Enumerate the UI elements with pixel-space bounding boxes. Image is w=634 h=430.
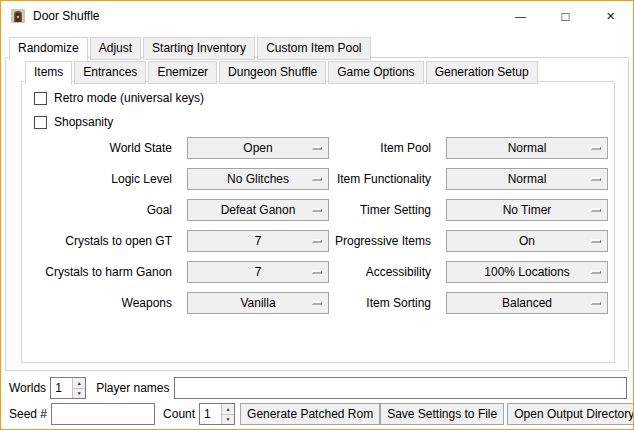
primary-tabbar: Randomize Adjust Starting Inventory Cust…	[9, 37, 373, 60]
option-label: Goal	[22, 203, 180, 217]
maximize-button[interactable]: □	[543, 1, 588, 31]
seed-input[interactable]	[51, 403, 155, 425]
close-button[interactable]: ✕	[588, 1, 633, 31]
checkbox-label: Retro mode (universal keys)	[54, 91, 204, 105]
option-row: World State Open Item Pool Normal	[22, 132, 614, 163]
tab-randomize[interactable]: Randomize	[9, 37, 88, 61]
checkbox-icon	[34, 92, 47, 105]
generate-patched-rom-button[interactable]: Generate Patched Rom	[240, 403, 380, 425]
tab-items[interactable]: Items	[25, 61, 72, 85]
option-row: Logic Level No Glitches Item Functionali…	[22, 163, 614, 194]
dropdown-indicator-icon	[591, 177, 601, 180]
option-row: Crystals to harm Ganon 7 Accessibility 1…	[22, 256, 614, 287]
seed-label: Seed #	[9, 407, 47, 421]
dropdown-indicator-icon	[591, 270, 601, 273]
tab-entrances[interactable]: Entrances	[74, 61, 146, 84]
option-label: Timer Setting	[329, 203, 439, 217]
worlds-value: 1	[51, 378, 72, 398]
minimize-icon: —	[515, 11, 526, 22]
dropdown-indicator-icon	[591, 208, 601, 211]
dropdown-value: No Timer	[503, 203, 552, 217]
window: Door Shuffle — □ ✕ Randomize Adjust Star…	[0, 0, 634, 430]
goal-dropdown[interactable]: Defeat Ganon	[187, 199, 329, 221]
progressive-items-dropdown[interactable]: On	[446, 230, 608, 252]
shopsanity-checkbox[interactable]: Shopsanity	[34, 113, 113, 131]
titlebar[interactable]: Door Shuffle — □ ✕	[1, 1, 633, 31]
checkbox-icon	[34, 116, 47, 129]
tab-dungeon-shuffle[interactable]: Dungeon Shuffle	[219, 61, 326, 84]
tab-generation-setup[interactable]: Generation Setup	[426, 61, 538, 84]
app-icon	[10, 8, 26, 24]
window-title: Door Shuffle	[33, 9, 100, 23]
dropdown-value: No Glitches	[227, 172, 289, 186]
open-output-directory-button[interactable]: Open Output Directory	[507, 403, 634, 425]
dropdown-indicator-icon	[312, 239, 322, 242]
dropdown-value: Defeat Ganon	[221, 203, 296, 217]
option-row: Crystals to open GT 7 Progressive Items …	[22, 225, 614, 256]
dropdown-indicator-icon	[312, 208, 322, 211]
weapons-dropdown[interactable]: Vanilla	[187, 292, 329, 314]
dropdown-value: Normal	[508, 172, 547, 186]
tab-custom-item-pool[interactable]: Custom Item Pool	[257, 37, 370, 60]
dropdown-indicator-icon	[591, 146, 601, 149]
dropdown-indicator-icon	[312, 177, 322, 180]
item-pool-dropdown[interactable]: Normal	[446, 137, 608, 159]
crystals-open-gt-dropdown[interactable]: 7	[187, 230, 329, 252]
maximize-icon: □	[562, 10, 570, 23]
dropdown-indicator-icon	[312, 146, 322, 149]
player-names-input[interactable]	[174, 377, 628, 399]
accessibility-dropdown[interactable]: 100% Locations	[446, 261, 608, 283]
save-settings-button[interactable]: Save Settings to File	[380, 403, 504, 425]
worlds-label: Worlds	[9, 381, 46, 395]
minimize-button[interactable]: —	[498, 1, 543, 31]
dropdown-value: 7	[255, 234, 262, 248]
retro-mode-checkbox[interactable]: Retro mode (universal keys)	[34, 89, 204, 107]
count-spinbox[interactable]: 1 ▲ ▼	[199, 403, 235, 425]
dropdown-value: Open	[243, 141, 272, 155]
spin-down-button[interactable]: ▼	[222, 415, 234, 425]
dropdown-value: Vanilla	[240, 296, 275, 310]
count-label: Count	[163, 407, 195, 421]
worlds-spinbox[interactable]: 1 ▲ ▼	[50, 377, 86, 399]
option-label: Item Pool	[329, 141, 439, 155]
item-functionality-dropdown[interactable]: Normal	[446, 168, 608, 190]
option-label: Weapons	[22, 296, 180, 310]
dropdown-value: Balanced	[502, 296, 552, 310]
world-state-dropdown[interactable]: Open	[187, 137, 329, 159]
option-label: Crystals to open GT	[22, 234, 180, 248]
secondary-tabbar: Items Entrances Enemizer Dungeon Shuffle…	[25, 61, 540, 84]
spin-down-button[interactable]: ▼	[73, 389, 85, 399]
option-label: Item Sorting	[329, 296, 439, 310]
timer-setting-dropdown[interactable]: No Timer	[446, 199, 608, 221]
tab-adjust[interactable]: Adjust	[90, 37, 141, 60]
spin-up-button[interactable]: ▲	[73, 378, 85, 389]
tab-starting-inventory[interactable]: Starting Inventory	[143, 37, 255, 60]
option-label: World State	[22, 141, 180, 155]
options-grid: World State Open Item Pool Normal Logic …	[22, 132, 614, 318]
dropdown-value: 100% Locations	[484, 265, 569, 279]
dropdown-value: On	[519, 234, 535, 248]
items-panel: Retro mode (universal keys) Shopsanity W…	[21, 81, 615, 363]
tab-enemizer[interactable]: Enemizer	[148, 61, 217, 84]
spin-arrows: ▲ ▼	[221, 404, 234, 424]
tab-game-options[interactable]: Game Options	[328, 61, 423, 84]
window-controls: — □ ✕	[498, 1, 633, 31]
option-row: Weapons Vanilla Item Sorting Balanced	[22, 287, 614, 318]
dropdown-value: 7	[255, 265, 262, 279]
logic-level-dropdown[interactable]: No Glitches	[187, 168, 329, 190]
option-label: Item Functionality	[329, 172, 439, 186]
option-label: Crystals to harm Ganon	[22, 265, 180, 279]
dropdown-indicator-icon	[591, 239, 601, 242]
spin-up-button[interactable]: ▲	[222, 404, 234, 415]
crystals-harm-ganon-dropdown[interactable]: 7	[187, 261, 329, 283]
item-sorting-dropdown[interactable]: Balanced	[446, 292, 608, 314]
bottom-row-1: Worlds 1 ▲ ▼ Player names	[9, 377, 627, 399]
checkbox-label: Shopsanity	[54, 115, 113, 129]
player-names-label: Player names	[96, 381, 169, 395]
option-label: Accessibility	[329, 265, 439, 279]
dropdown-indicator-icon	[312, 270, 322, 273]
dropdown-indicator-icon	[591, 301, 601, 304]
spin-arrows: ▲ ▼	[72, 378, 85, 398]
close-icon: ✕	[606, 11, 615, 22]
option-label: Progressive Items	[329, 234, 439, 248]
